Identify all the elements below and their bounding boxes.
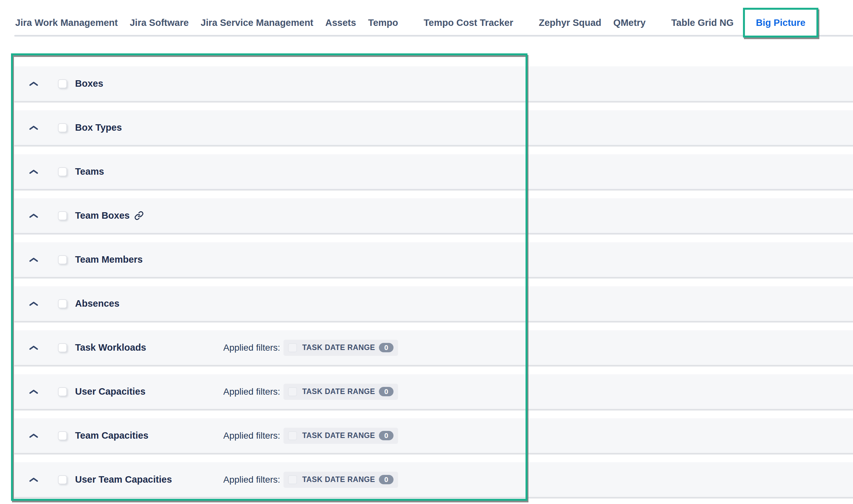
row-checkbox[interactable] <box>58 79 67 88</box>
list-row-user-capacities[interactable]: User Capacities Applied filters: TASK DA… <box>14 374 853 411</box>
row-label: Absences <box>75 298 120 309</box>
row-label: Team Boxes <box>75 210 130 221</box>
list-row-box-types[interactable]: Box Types <box>14 110 853 146</box>
list-row-absences[interactable]: Absences <box>14 286 853 323</box>
collapse-chevron-icon[interactable] <box>29 301 38 306</box>
filter-chip-label: TASK DATE RANGE <box>302 475 375 484</box>
tab-big-picture[interactable]: Big Picture <box>756 17 805 28</box>
row-checkbox[interactable] <box>58 167 67 176</box>
row-checkbox[interactable] <box>58 431 67 440</box>
list-row-team-capacities[interactable]: Team Capacities Applied filters: TASK DA… <box>14 418 853 454</box>
filter-count-badge: 0 <box>379 387 393 396</box>
filter-chip-task-date-range[interactable]: TASK DATE RANGE 0 <box>283 384 398 400</box>
applied-filters-label: Applied filters: <box>223 431 280 441</box>
row-checkbox[interactable] <box>58 123 67 132</box>
tab-jira-software[interactable]: Jira Software <box>130 17 189 28</box>
filter-count-badge: 0 <box>379 343 393 352</box>
tab-jira-work-management[interactable]: Jira Work Management <box>15 17 118 28</box>
filter-count-badge: 0 <box>379 431 393 440</box>
tab-jira-service-management[interactable]: Jira Service Management <box>201 17 313 28</box>
row-label: Team Capacities <box>75 430 148 441</box>
tab-assets[interactable]: Assets <box>325 17 356 28</box>
filter-chip-label: TASK DATE RANGE <box>302 343 375 352</box>
collapse-chevron-icon[interactable] <box>29 213 38 218</box>
filter-chip-task-date-range[interactable]: TASK DATE RANGE 0 <box>283 340 398 356</box>
list-row-boxes[interactable]: Boxes <box>14 66 853 103</box>
row-checkbox[interactable] <box>58 255 67 264</box>
filter-chip-checkbox[interactable] <box>288 431 297 440</box>
applied-filters: Applied filters: TASK DATE RANGE 0 <box>223 330 398 365</box>
row-label: Team Members <box>75 254 143 265</box>
row-checkbox[interactable] <box>58 299 67 308</box>
list-row-team-boxes[interactable]: Team Boxes <box>14 198 853 235</box>
applied-filters-label: Applied filters: <box>223 386 280 397</box>
filter-chip-checkbox[interactable] <box>288 343 297 352</box>
annotation-box-big-picture: Big Picture <box>743 8 818 37</box>
collapse-chevron-icon[interactable] <box>29 477 38 482</box>
data-sources-page: { "nav": { "tabs": [ {"label": "Jira Wor… <box>0 0 853 504</box>
tab-table-grid-ng[interactable]: Table Grid NG <box>671 17 733 28</box>
list-row-team-members[interactable]: Team Members <box>14 242 853 278</box>
filter-chip-label: TASK DATE RANGE <box>302 431 375 440</box>
tab-zephyr-squad[interactable]: Zephyr Squad <box>539 17 601 28</box>
tab-tempo-cost-tracker[interactable]: Tempo Cost Tracker <box>424 17 513 28</box>
applied-filters-label: Applied filters: <box>223 474 280 485</box>
collapse-chevron-icon[interactable] <box>29 169 38 174</box>
link-icon[interactable] <box>134 211 144 220</box>
row-checkbox[interactable] <box>58 343 67 352</box>
collapse-chevron-icon[interactable] <box>29 257 38 262</box>
applied-filters-label: Applied filters: <box>223 343 280 353</box>
filter-chip-task-date-range[interactable]: TASK DATE RANGE 0 <box>283 472 398 488</box>
collapse-chevron-icon[interactable] <box>29 345 38 350</box>
row-label: Box Types <box>75 122 122 133</box>
row-label: User Team Capacities <box>75 474 172 485</box>
list-row-teams[interactable]: Teams <box>14 154 853 191</box>
row-checkbox[interactable] <box>58 475 67 484</box>
applied-filters: Applied filters: TASK DATE RANGE 0 <box>223 418 398 453</box>
tab-tempo[interactable]: Tempo <box>368 17 398 28</box>
data-source-list: Boxes Box Types Teams Team Boxes <box>14 66 853 504</box>
tab-qmetry[interactable]: QMetry <box>613 17 645 28</box>
applied-filters: Applied filters: TASK DATE RANGE 0 <box>223 462 398 497</box>
filter-chip-checkbox[interactable] <box>288 387 297 396</box>
app-tab-bar: Jira Work ManagementJira SoftwareJira Se… <box>15 0 818 45</box>
row-label: User Capacities <box>75 386 146 397</box>
collapse-chevron-icon[interactable] <box>29 81 38 86</box>
row-label: Teams <box>75 166 104 177</box>
list-row-task-workloads[interactable]: Task Workloads Applied filters: TASK DAT… <box>14 330 853 366</box>
filter-chip-task-date-range[interactable]: TASK DATE RANGE 0 <box>283 428 398 444</box>
filter-count-badge: 0 <box>379 475 393 484</box>
collapse-chevron-icon[interactable] <box>29 433 38 438</box>
row-label: Task Workloads <box>75 342 146 353</box>
row-checkbox[interactable] <box>58 387 67 396</box>
collapse-chevron-icon[interactable] <box>29 389 38 394</box>
list-row-user-team-capacities[interactable]: User Team Capacities Applied filters: TA… <box>14 462 853 499</box>
filter-chip-label: TASK DATE RANGE <box>302 387 375 396</box>
collapse-chevron-icon[interactable] <box>29 125 38 130</box>
row-label: Boxes <box>75 78 103 89</box>
row-checkbox[interactable] <box>58 211 67 220</box>
filter-chip-checkbox[interactable] <box>288 475 297 484</box>
applied-filters: Applied filters: TASK DATE RANGE 0 <box>223 374 398 409</box>
